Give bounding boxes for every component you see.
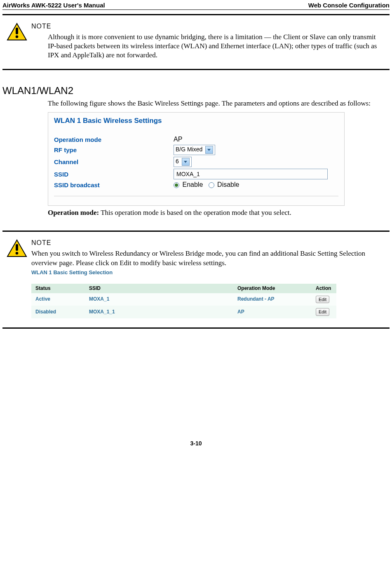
- header-rule: [2, 9, 390, 10]
- label-operation-mode: Operation mode: [54, 136, 174, 143]
- row-ssid-broadcast: SSID broadcast Enable Disable: [54, 181, 338, 188]
- svg-point-2: [16, 35, 19, 38]
- manual-title: AirWorks AWK-5222 User's Manual: [2, 2, 105, 9]
- selection-table: Status SSID Operation Mode Action Active…: [31, 284, 336, 318]
- section-heading: WLAN1/WLAN2: [2, 85, 392, 96]
- warning-icon: [7, 23, 31, 60]
- rf-type-select[interactable]: B/G Mixed: [174, 145, 215, 155]
- value-operation-mode: AP: [174, 136, 338, 143]
- note-title: NOTE: [31, 23, 385, 30]
- channel-select[interactable]: 6: [174, 157, 192, 167]
- page-number: 3-10: [0, 440, 392, 451]
- col-status: Status: [31, 284, 85, 294]
- intro-text: The following figure shows the Basic Wir…: [48, 99, 388, 108]
- cell-status: Disabled: [31, 306, 85, 318]
- caption-bold: Operation mode:: [48, 209, 99, 217]
- page-header: AirWorks AWK-5222 User's Manual Web Cons…: [0, 0, 392, 9]
- chapter-title: Web Console Configuration: [308, 2, 390, 9]
- row-ssid: SSID MOXA_1: [54, 169, 338, 179]
- label-ssid-broadcast: SSID broadcast: [54, 181, 174, 188]
- cell-ssid: MOXA_1: [85, 293, 233, 306]
- rf-type-value: B/G Mixed: [176, 146, 202, 153]
- row-rf-type: RF type B/G Mixed: [54, 145, 338, 155]
- note-body: When you switch to Wireless Redundancy o…: [31, 249, 365, 266]
- label-rf-type: RF type: [54, 146, 174, 153]
- label-channel: Channel: [54, 158, 174, 165]
- cell-mode: AP: [233, 306, 312, 318]
- wlan-settings-screenshot: WLAN 1 Basic Wireless Settings Operation…: [48, 112, 345, 206]
- svg-rect-1: [16, 28, 18, 34]
- edit-button[interactable]: Edit: [316, 308, 329, 315]
- caption-rest: This operation mode is based on the oper…: [99, 209, 291, 217]
- note-title: NOTE: [31, 239, 380, 247]
- cell-mode: Redundant - AP: [233, 293, 312, 306]
- label-ssid: SSID: [54, 171, 174, 178]
- edit-button[interactable]: Edit: [316, 296, 329, 303]
- selection-screenshot: WLAN 1 Basic Setting Selection Status SS…: [31, 269, 380, 318]
- panel-divider: [54, 196, 338, 196]
- table-row: Disabled MOXA_1_1 AP Edit: [31, 306, 336, 318]
- cell-status: Active: [31, 293, 85, 306]
- panel-title: WLAN 1 Basic Wireless Settings: [54, 117, 338, 125]
- radio-enable-label: Enable: [182, 181, 203, 188]
- table-header-row: Status SSID Operation Mode Action: [31, 284, 336, 294]
- note-box-2: NOTE When you switch to Wireless Redunda…: [2, 231, 390, 328]
- note-body: Although it is more convenient to use dy…: [31, 33, 385, 60]
- operation-mode-caption: Operation mode: This operation mode is b…: [48, 208, 388, 217]
- channel-value: 6: [176, 158, 179, 165]
- table-row: Active MOXA_1 Redundant - AP Edit: [31, 293, 336, 306]
- cell-ssid: MOXA_1_1: [85, 306, 233, 318]
- row-operation-mode: Operation mode AP: [54, 136, 338, 143]
- svg-point-5: [16, 252, 19, 255]
- col-ssid: SSID: [85, 284, 233, 294]
- radio-enable[interactable]: [174, 182, 179, 188]
- radio-disable-label: Disable: [217, 181, 239, 188]
- note-box-1: NOTE Although it is more convenient to u…: [2, 14, 390, 70]
- col-action: Action: [312, 284, 336, 294]
- radio-disable[interactable]: [209, 182, 214, 188]
- svg-rect-4: [16, 244, 18, 251]
- chevron-down-icon: [182, 158, 190, 166]
- selection-title: WLAN 1 Basic Setting Selection: [31, 269, 380, 276]
- col-mode: Operation Mode: [233, 284, 312, 294]
- warning-icon: [7, 239, 31, 318]
- chevron-down-icon: [205, 146, 213, 154]
- row-channel: Channel 6: [54, 157, 338, 167]
- ssid-input[interactable]: MOXA_1: [174, 169, 328, 179]
